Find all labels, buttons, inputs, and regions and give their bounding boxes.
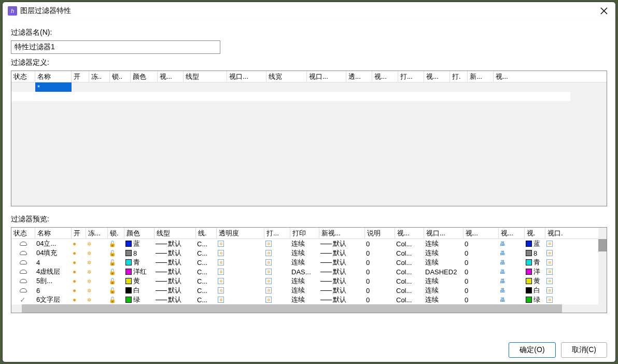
color-cell: 洋红 <box>124 267 154 276</box>
preview-row[interactable]: 6●✲🔓白 默认C...✲✲连续 默认0Col...连续0🖶白✲ <box>11 286 598 295</box>
newvp-cell: 默认 <box>319 248 365 258</box>
col-status[interactable]: 状态 <box>11 71 35 82</box>
lock-cell: 🔓 <box>108 248 124 258</box>
lock-icon: 🔓 <box>109 259 116 266</box>
pcol-vp4[interactable]: 视... <box>499 228 525 239</box>
vp1-cell: Col... <box>395 239 424 248</box>
status-cell <box>11 276 35 286</box>
line-icon <box>320 290 332 291</box>
plotst-cell: ✲ <box>264 276 290 286</box>
col-vp2[interactable]: 视口... <box>227 71 266 82</box>
col-vp6[interactable]: 视... <box>494 71 519 82</box>
pcol-on[interactable]: 开 <box>72 228 86 239</box>
on-cell: ● <box>72 286 86 295</box>
on-cell: ● <box>72 239 86 248</box>
lw-cell: C... <box>196 276 217 286</box>
pcol-color[interactable]: 颜色 <box>124 228 154 239</box>
pcol-freeze[interactable]: 冻... <box>86 228 108 239</box>
layer-status-icon <box>20 251 27 255</box>
color-swatch <box>125 297 132 303</box>
pcol-lw[interactable]: 线. <box>196 228 217 239</box>
pcol-vp1[interactable]: 视... <box>395 228 424 239</box>
vp-icon: ✲ <box>218 269 224 275</box>
pcol-plotst[interactable]: 打... <box>264 228 290 239</box>
cancel-button[interactable]: 取消(C) <box>561 342 607 358</box>
pcol-plot[interactable]: 打印 <box>290 228 319 239</box>
def-name-cell[interactable]: * <box>35 82 72 92</box>
line-icon <box>320 244 332 244</box>
name-cell: 6文字层 <box>35 295 72 304</box>
newvp-cell: 默认 <box>319 286 365 295</box>
lw-cell: C... <box>196 295 217 304</box>
freeze-cell: ✲ <box>86 248 108 258</box>
col-trans[interactable]: 透... <box>346 71 372 82</box>
vp4-cell: 🖶 <box>499 248 525 258</box>
preview-row[interactable]: 4虚线层●✲🔓洋红 默认C...✲✲DAS... 默认0Col...DASHED… <box>11 267 598 276</box>
vp5-cell: 8 <box>525 248 545 258</box>
preview-vscrollbar[interactable] <box>598 228 607 304</box>
col-color[interactable]: 颜色 <box>131 71 158 82</box>
definition-table[interactable]: 状态 名称 开 冻.. 锁.. 颜色 视... 线型 视口... 线宽 视口..… <box>11 71 607 206</box>
preview-row[interactable]: 04立...●✲🔓蓝 默认C...✲✲连续 默认0Col...连续0🖶蓝✲ <box>11 239 598 248</box>
color-swatch <box>526 241 532 247</box>
pcol-vp2[interactable]: 视口... <box>424 228 463 239</box>
sun-icon: ● <box>73 249 76 257</box>
linetype-cell: 默认 <box>154 276 196 286</box>
col-vp4[interactable]: 视... <box>372 71 398 82</box>
definition-row-empty[interactable] <box>11 92 570 101</box>
pcol-desc[interactable]: 说明 <box>365 228 395 239</box>
definition-row[interactable]: * <box>11 82 607 92</box>
preview-table[interactable]: 状态 名称 开 冻... 锁. 颜色 线型 线. 透明度 打... 打印 新视.… <box>11 227 607 313</box>
close-button[interactable] <box>598 5 610 17</box>
pcol-name[interactable]: 名称 <box>35 228 72 239</box>
plot-cell: 连续 <box>290 295 319 304</box>
color-cell: 白 <box>124 286 154 295</box>
vp4-cell: 🖶 <box>499 258 525 267</box>
color-swatch <box>526 297 532 303</box>
col-on[interactable]: 开 <box>72 71 89 82</box>
col-freeze[interactable]: 冻.. <box>89 71 110 82</box>
pcol-lock[interactable]: 锁. <box>108 228 124 239</box>
preview-hscrollbar[interactable] <box>11 304 607 313</box>
color-cell: 青 <box>124 258 154 267</box>
col-name[interactable]: 名称 <box>35 71 72 82</box>
color-cell: 蓝 <box>124 239 154 248</box>
pcol-vp5[interactable]: 视. <box>525 228 545 239</box>
col-plotst[interactable]: 打... <box>398 71 424 82</box>
col-lineweight[interactable]: 线宽 <box>266 71 307 82</box>
lock-icon: 🔓 <box>109 287 116 294</box>
col-vp5[interactable]: 视... <box>424 71 450 82</box>
col-vp3[interactable]: 视口... <box>307 71 346 82</box>
newvp-cell: 默认 <box>319 267 365 276</box>
status-cell <box>11 248 35 258</box>
color-swatch <box>125 250 132 256</box>
pcol-newvp[interactable]: 新视... <box>319 228 365 239</box>
col-linetype[interactable]: 线型 <box>184 71 227 82</box>
lock-cell: 🔓 <box>108 286 124 295</box>
vp2-cell: 连续 <box>424 248 463 258</box>
col-newvp[interactable]: 新... <box>468 71 494 82</box>
preview-row[interactable]: ✓6文字层●✲🔓绿 默认C...✲✲连续 默认0Col...连续0🖶绿✲ <box>11 295 598 304</box>
vp3-cell: 0 <box>463 239 499 248</box>
layer-status-icon <box>20 279 27 283</box>
col-lock[interactable]: 锁.. <box>110 71 131 82</box>
pcol-vp3[interactable]: 视... <box>463 228 499 239</box>
col-vp[interactable]: 视... <box>158 71 184 82</box>
pcol-status[interactable]: 状态 <box>11 228 35 239</box>
filter-name-input[interactable] <box>11 40 220 54</box>
preview-row[interactable]: 04填充●✲🔓8 默认C...✲✲连续 默认0Col...连续0🖶8✲ <box>11 248 598 258</box>
vp2-cell: DASHED2 <box>424 267 463 276</box>
plotst-cell: ✲ <box>264 258 290 267</box>
desc-cell: 0 <box>365 248 395 258</box>
trans-cell: ✲ <box>217 239 264 248</box>
preview-row[interactable]: 4●✲🔓青 默认C...✲✲连续 默认0Col...连续0🖶青✲ <box>11 258 598 267</box>
pcol-vp6[interactable]: 视口. <box>545 228 570 239</box>
preview-row[interactable]: 5剖...●✲🔓黄 默认C...✲✲连续 默认0Col...连续0🖶黄✲ <box>11 276 598 286</box>
pcol-linetype[interactable]: 线型 <box>154 228 196 239</box>
col-plot[interactable]: 打. <box>450 71 468 82</box>
freeze-cell: ✲ <box>86 276 108 286</box>
line-icon <box>156 253 167 254</box>
pcol-trans[interactable]: 透明度 <box>217 228 264 239</box>
ok-button[interactable]: 确定(O) <box>509 342 555 358</box>
color-swatch <box>526 287 532 293</box>
